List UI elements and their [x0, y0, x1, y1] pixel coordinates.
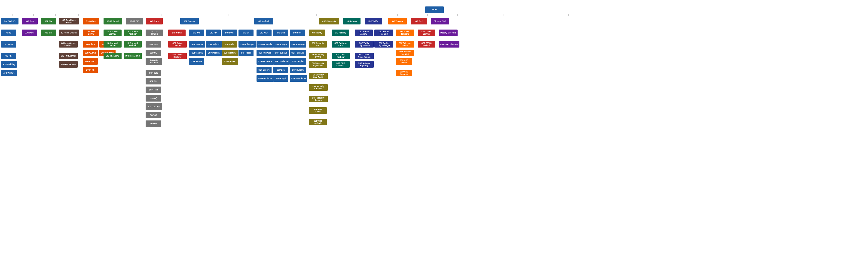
chart-body: DGP Spl DGP HQ IGP Pers IGP CIV CO Gen H… — [0, 2, 868, 276]
igp-jammu-node: IGP Jammu — [180, 18, 199, 25]
ssp-udhampur-node: SSP Udhampur — [239, 41, 256, 47]
igp-telecom-node: IGP Telecom — [388, 18, 407, 25]
igp-civ-node: IGP CIV — [41, 18, 56, 25]
ssp-kathua-node: SSP Kathua — [189, 49, 205, 56]
co-gen-home-guards-node: CO Gen HomeGuards — [59, 18, 79, 25]
joint-dir-skpau-node: Joint DirSKPAU — [83, 30, 99, 36]
adgp-armed-node: ADGP Armed — [103, 18, 122, 25]
org-chart: DGP Spl DGP HQ IGP Pers IGP CIV CO Gen H… — [0, 0, 868, 276]
ad-admn-node: AD Admn — [83, 41, 98, 47]
ig-hq-node: IG HQ — [1, 30, 16, 36]
ssp-a-node: SSP (A) — [146, 95, 161, 102]
ssp-ss-node: SSP SS — [146, 112, 161, 118]
dig-ckr-node: DIG CKR — [273, 30, 288, 36]
aig-building-node: AIG Building — [1, 61, 17, 68]
ssp-traffic-city-srinagar-node: SSP TrafficCity Srinagar — [374, 41, 393, 47]
ssp-railways-katra-node: SSP RailwaysKatra — [332, 41, 350, 47]
ssp-rajouri-node: SSP Rajouri — [206, 41, 222, 47]
ssp-doda-node: SSP Doda — [222, 41, 237, 47]
ssp-sbk-node: SSP SBK — [146, 70, 161, 76]
ssp-kargil-node: SSP Kargil — [273, 75, 288, 82]
dysp-q-node: DySP (Q) — [83, 67, 98, 73]
ssp-security-stws-node: SSP SecuritySTWS — [309, 53, 327, 59]
dig-traffic-kashmir-node: DIG TrafficKashmir — [374, 30, 393, 36]
aig-civ-node: AIG CIV — [41, 30, 56, 36]
ssp-ahj-kashmir-node: SSP AHJKashmir — [309, 119, 327, 125]
ssp-grp-kashmir-node: SSP GRPKashmir — [332, 53, 350, 59]
dig-hg-kashmir-node: DIG HG Kashmir — [59, 53, 78, 59]
ssp-budgam-node: SSP Budgam — [273, 49, 289, 56]
dig-skr-node: DIG SKR — [290, 30, 305, 36]
igp-kashmir-node: IGP Kashmir — [254, 18, 273, 25]
ssp-kishtwar-node: SSP Kishtwar — [222, 49, 238, 56]
director-ssg-node: Director SSG — [431, 18, 449, 25]
spl-dgp-hq-node: Spl DGP HQ — [1, 18, 19, 25]
dysp-admn-node: DySP Admn — [83, 49, 98, 56]
dig-crime-node: DIG Crime — [168, 30, 186, 36]
ssp-security-vip-node: SSP SecurityVIP — [309, 41, 327, 47]
ssp-hr-node: SSP HR — [146, 120, 161, 127]
aig-welfare-node: AIG Welfare — [1, 70, 17, 76]
dir-skpau-node: Dir SKPAU — [83, 18, 99, 25]
ssp-ramban-node: SSP Ramban — [222, 58, 238, 65]
ssp-grp-kashmir2-node: SSP GRPKashmir. — [332, 61, 350, 68]
igp-armed-kashmir-node: IGP ArmedKashmir — [124, 30, 142, 36]
ssp-traffic-rural-jammu-node: SSP TrafficRural Jammu — [355, 53, 374, 59]
sp-security-civil-node: SP SecurityCivil Sectt. — [309, 73, 328, 79]
dig-admn-node: DIG Admn — [1, 41, 16, 47]
ssp-cid-hq-node: SSP CID HQ — [146, 103, 162, 110]
dig-hg-jammu-node: DIG HG Jammu — [59, 61, 78, 68]
igp-armed-jammu-node: IGP ArmedJammu — [103, 30, 122, 36]
dig-armed-jammu-node: DIG ArmedJammu — [103, 41, 122, 47]
ssp-bandipora-node: SSP Bandipora — [256, 75, 273, 82]
dig-ir-jammu-node: DIG IR Jammu — [103, 53, 122, 59]
ssp-leh-node: SSP Leh — [273, 67, 288, 73]
ssp-reasi-node: SSP Reasi — [239, 49, 253, 56]
aig-pt-node: AIG P&T — [1, 53, 16, 59]
ssp-awantipora-node: SSP Awantipora — [290, 75, 307, 82]
ssp-baramulla-node: SSP Baramulla — [256, 41, 273, 47]
ssp-ganderbal-node: SSP Ganderbal — [273, 58, 290, 65]
dig-nkr-node: DIG NKR — [256, 30, 272, 36]
ssp-acs-kashmir-node: SSP ACSKashmir — [396, 70, 412, 76]
igp-crime-node: IGP Crime — [146, 18, 163, 25]
ssp-national-highway-node: SSP NationalHighway — [355, 61, 374, 68]
ssp-cij-node: SSP CIJ — [146, 49, 161, 56]
ssp-shopian-node: SSP Shopian — [290, 58, 306, 65]
ssp-traffic-city-jammu-node: SSP TrafficCity Jammu — [355, 41, 374, 47]
ssp-anantnag-node: SSP Anantnag — [290, 41, 306, 47]
ssp-crime-kashmir-node: SSP CrimeKashmir — [168, 53, 187, 59]
dig-dkr-node: DIG DKR — [222, 30, 237, 36]
ssp-ptws-jammu-node: SSP PTWSJammu — [418, 30, 435, 36]
dig-armed-kashmir-node: DIG ArmedKashmir — [124, 41, 142, 47]
ssp-handwara-node: SSP Handwara — [256, 58, 273, 65]
ssp-acs-jammu-node: SSP ACSJammu — [396, 58, 412, 65]
ig-home-guards-kashmir-node: IG Home GuardsKashmir — [59, 41, 78, 47]
ssp-crime-jammu-node: SSP CrimeJammu — [168, 41, 187, 47]
dysp-rd-node: DySP R&D — [83, 58, 98, 65]
adgp-security-node: ADGP Security — [319, 18, 339, 25]
deputy-directors-node: Deputy Directors — [439, 30, 458, 36]
ssp-security-jammu-node: SSP SecurityJammu — [309, 96, 328, 102]
dig-railway-node: DIG Railway — [332, 30, 349, 36]
ssp-cik-node: SSP CIK — [146, 78, 161, 84]
igp-pers-node: IGP Pers — [22, 18, 38, 25]
ssp-jammu-node: SSP Jammu — [189, 41, 205, 47]
adgp-cid-node: ADGP CID — [126, 18, 143, 25]
ig-security-node: IG Security — [309, 30, 325, 36]
dig-ir-kashmir-node: DIG IR Kashmir — [124, 53, 142, 59]
ssp-kupwara-node: SSP Kupwara — [256, 49, 273, 56]
ssp-security-rajbhavan-node: SSP SecurityRajbhavan — [309, 61, 327, 68]
ssp-tech-node: SSP Tech — [146, 87, 161, 93]
ssp-sbj-node: SSP SBJ — [146, 41, 161, 47]
dir-police-telecom-node: Dir PoliceTelecom — [396, 30, 414, 36]
ssp-ptws-kashmir-node: SSP PTWSKashmir — [418, 41, 435, 47]
ssp-samba-node: SSP Samba — [189, 58, 204, 65]
ssp-kulgam-node: SSP Kulgam — [290, 67, 306, 73]
ssp-srinagar-node: SSP Srinagar — [273, 41, 289, 47]
igp-traffic-node: IGP Traffic — [365, 18, 382, 25]
ig-home-guards-node: IG Home Guards — [59, 30, 79, 36]
dig-rp-node: DIG RP — [206, 30, 221, 36]
ssp-pulwama-node: SSP Pulwama — [290, 49, 306, 56]
ssp-ahj-jammu-node: SSP AHJJammu — [309, 107, 327, 114]
